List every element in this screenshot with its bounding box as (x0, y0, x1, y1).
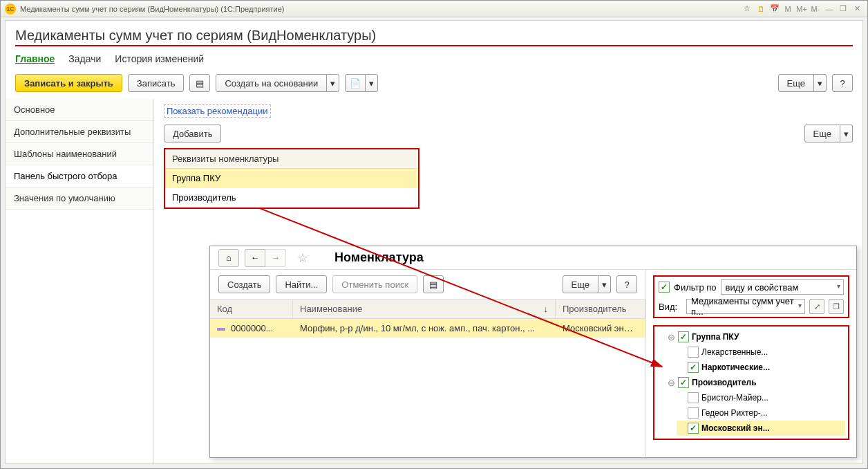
memory-mminus[interactable]: M- (809, 3, 822, 15)
inset-find-button[interactable]: Найти... (276, 275, 327, 293)
minimize-button[interactable]: — (823, 3, 836, 15)
page-tabs: Главное Задачи История изменений (6, 49, 862, 71)
sidebar-item-defaults[interactable]: Значения по умолчанию (6, 187, 153, 210)
sidebar-item-quick-filter[interactable]: Панель быстрого отбора (6, 165, 153, 187)
filter-by-select[interactable]: виду и свойствам ▾ (721, 279, 844, 295)
tree-check-moscow[interactable] (688, 423, 699, 434)
tree-check-group-pku[interactable] (678, 331, 689, 342)
chevron-down-icon: ▾ (798, 302, 802, 309)
create-based-dropdown[interactable]: ▾ (327, 74, 339, 92)
col-name[interactable]: Наименование ↓ (293, 300, 556, 318)
help-button[interactable]: ? (832, 74, 853, 92)
help-icon: ? (624, 279, 629, 290)
collapse-icon[interactable]: ⊖ (667, 332, 675, 342)
sidebar-item-main[interactable]: Основное (6, 99, 153, 121)
extra-action-group: 📄 ▾ (345, 74, 378, 92)
window: 1C Медикаменты сумм учет по сериям (ВидН… (0, 0, 868, 469)
kind-select[interactable]: Медикаменты сумм учет п... ▾ (686, 299, 805, 314)
sidebar: Основное Дополнительные реквизиты Шаблон… (6, 99, 154, 463)
more-dropdown[interactable]: ▾ (814, 74, 827, 92)
extra-action-dropdown[interactable]: ▾ (366, 74, 378, 92)
maximize-button[interactable]: ❐ (837, 3, 849, 15)
save-close-button[interactable]: Записать и закрыть (15, 74, 122, 92)
tree-group-pku[interactable]: ⊖ Группа ПКУ (667, 329, 845, 344)
inset-body: Создать Найти... Отменить поиск ▤ Еще ▾ … (210, 270, 856, 457)
arrow-left-icon: ← (251, 252, 260, 263)
filter-by-label: Фильтр по (674, 282, 717, 293)
inset-create-button[interactable]: Создать (218, 275, 270, 293)
window-title: Медикаменты сумм учет по сериям (ВидНоме… (20, 5, 285, 13)
tab-main[interactable]: Главное (15, 53, 55, 64)
col-producer[interactable]: Производитель (556, 300, 645, 318)
select-kind-button[interactable]: ❐ (829, 299, 844, 314)
inset-table: Код Наименование ↓ Производитель 0000000… (210, 299, 645, 457)
memory-m[interactable]: M (782, 3, 794, 15)
inset-more-dropdown[interactable]: ▾ (598, 275, 611, 293)
home-button[interactable]: ⌂ (218, 249, 239, 267)
close-button[interactable]: ✕ (851, 3, 863, 15)
inset-list-button[interactable]: ▤ (423, 275, 444, 293)
right-more-dropdown[interactable]: ▾ (840, 125, 853, 142)
tree-group-producer[interactable]: ⊖ Производитель (667, 375, 845, 390)
req-row-group-pku[interactable]: Группа ПКУ (165, 169, 418, 188)
add-button[interactable]: Добавить (164, 125, 221, 142)
help-icon: ? (840, 78, 845, 89)
create-based-group: Создать на основании ▾ (216, 74, 339, 92)
kind-label: Вид: (659, 302, 682, 312)
extra-icon: 📄 (350, 78, 361, 89)
page-title: Медикаменты сумм учет по сериям (ВидНоме… (15, 28, 853, 46)
cell-producer: Московский эндок... (556, 319, 645, 338)
tree-check-producer[interactable] (678, 377, 689, 388)
forward-button[interactable]: → (265, 249, 286, 267)
sidebar-item-additional[interactable]: Дополнительные реквизиты (6, 121, 153, 143)
tree-check-lek[interactable] (688, 347, 699, 358)
inset-more-button[interactable]: Еще (563, 275, 598, 293)
open-kind-button[interactable]: ⤢ (809, 299, 824, 314)
req-row-producer[interactable]: Производитель (165, 188, 418, 208)
kind-value: Медикаменты сумм учет п... (691, 296, 800, 317)
table-row[interactable]: 0000000... Морфин, р-р д/ин., 10 мг/мл, … (210, 319, 645, 338)
req-header: Реквизиты номенклатуры (165, 149, 418, 169)
titlebar: 1C Медикаменты сумм учет по сериям (ВидН… (1, 1, 867, 17)
star-icon[interactable]: ☆ (742, 3, 753, 15)
main-area: Медикаменты сумм учет по сериям (ВидНоме… (5, 20, 863, 464)
tab-history[interactable]: История изменений (115, 53, 204, 64)
req-table: Реквизиты номенклатуры Группа ПКУ Произв… (164, 148, 419, 209)
filter-by-value: виду и свойствам (726, 282, 799, 293)
inset-help-button[interactable]: ? (616, 275, 637, 293)
back-button[interactable]: ← (245, 249, 265, 267)
calculator-icon[interactable]: 🗒 (755, 3, 766, 15)
home-icon: ⌂ (226, 252, 232, 263)
create-based-button[interactable]: Создать на основании (216, 74, 327, 92)
calendar-icon[interactable]: 📅 (769, 3, 780, 15)
sidebar-item-templates[interactable]: Шаблоны наименований (6, 143, 153, 165)
tree-check-bristol[interactable] (688, 392, 699, 403)
tree-item-lek[interactable]: Лекарственные... (677, 344, 845, 360)
right-sub-toolbar: Добавить Еще ▾ (164, 125, 853, 142)
inset-cancel-find-button[interactable]: Отменить поиск (332, 275, 417, 293)
settings-button[interactable]: ▤ (189, 74, 210, 92)
more-button[interactable]: Еще (778, 74, 814, 92)
col-code[interactable]: Код (210, 300, 293, 318)
tree-check-gedeon[interactable] (688, 407, 699, 419)
tree-item-gedeon[interactable]: Гедеон Рихтер-... (677, 405, 845, 421)
right-more-group: Еще ▾ (804, 125, 853, 142)
filter-box: Фильтр по виду и свойствам ▾ Вид: Медика… (653, 275, 849, 318)
tree-item-nark[interactable]: Наркотические... (677, 360, 845, 375)
right-more-button[interactable]: Еще (804, 125, 840, 142)
save-button[interactable]: Записать (128, 74, 185, 92)
extra-action-button[interactable]: 📄 (345, 74, 366, 92)
inset-header: ⌂ ← → ☆ Номенклатура (210, 246, 856, 270)
favorite-icon[interactable]: ☆ (297, 250, 308, 266)
link-recommendations[interactable]: Показать рекомендации (164, 104, 271, 118)
tree-check-nark[interactable] (688, 362, 699, 373)
tree-item-bristol[interactable]: Бристол-Майер... (677, 390, 845, 405)
tab-tasks[interactable]: Задачи (68, 53, 101, 64)
memory-mplus[interactable]: M+ (795, 3, 808, 15)
table-head: Код Наименование ↓ Производитель (210, 300, 645, 319)
collapse-icon[interactable]: ⊖ (667, 378, 675, 388)
filter-row-by: Фильтр по виду и свойствам ▾ (659, 279, 844, 295)
tree-item-moscow[interactable]: Московский эн... (677, 421, 845, 436)
sort-desc-icon: ↓ (544, 304, 549, 314)
filter-enable-check[interactable] (659, 282, 670, 293)
